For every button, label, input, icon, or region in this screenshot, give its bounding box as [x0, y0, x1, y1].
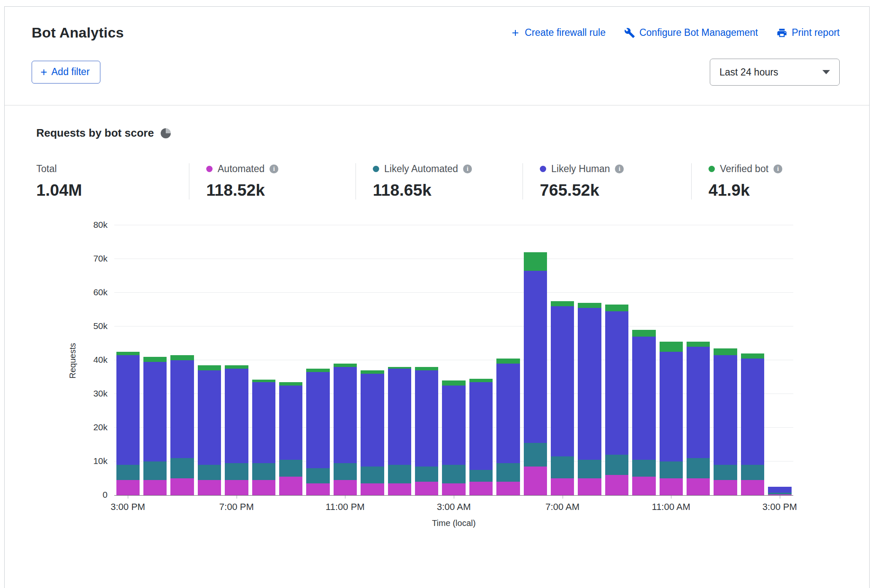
bar-segment-likely-human — [198, 370, 221, 465]
bar-segment-verified-bot — [442, 380, 465, 386]
x-axis-title: Time (local) — [114, 518, 793, 528]
bar-segment-verified-bot — [116, 352, 140, 355]
bar-segment-likely-human — [741, 359, 764, 465]
bar-3-00-pm-24 — [768, 487, 791, 495]
bar-segment-verified-bot — [741, 353, 764, 359]
time-range-dropdown[interactable]: Last 24 hours — [710, 59, 840, 86]
stat-value: 41.9k — [709, 181, 840, 200]
stat-label: Total — [36, 163, 57, 175]
bar-segment-verified-bot — [279, 382, 302, 386]
x-axis-tick-label: 3:00 PM — [763, 502, 797, 512]
bar-segment-automated — [415, 482, 438, 495]
bar-segment-likely-human — [469, 382, 493, 470]
x-axis: 3:00 PM7:00 PM11:00 PM3:00 AM7:00 AM11:0… — [114, 496, 793, 512]
bar-slot — [250, 226, 277, 495]
x-axis-tick-mark — [128, 496, 128, 499]
bar-segment-likely-automated — [252, 463, 275, 480]
bar-segment-automated — [252, 480, 275, 495]
add-filter-button[interactable]: + Add filter — [32, 61, 100, 84]
printer-icon — [776, 27, 787, 38]
bar-segment-automated — [768, 494, 791, 495]
bars-container — [114, 226, 793, 495]
info-icon[interactable]: i — [269, 165, 278, 173]
y-axis-tick-label: 0 — [102, 490, 108, 500]
bar-segment-automated — [198, 480, 221, 495]
x-axis-tick-label: 11:00 AM — [652, 502, 690, 512]
x-axis-tick-mark — [454, 496, 454, 499]
bar-slot — [495, 226, 522, 495]
bar-segment-verified-bot — [632, 330, 655, 337]
bar-segment-likely-automated — [415, 467, 438, 482]
y-axis-tick-label: 80k — [93, 220, 108, 230]
x-axis-tick-label: 11:00 PM — [326, 502, 365, 512]
bar-segment-likely-automated — [496, 463, 520, 482]
bar-segment-automated — [578, 478, 601, 495]
action-link-configure-bot-management[interactable]: Configure Bot Management — [624, 27, 758, 38]
bar-slot — [331, 226, 358, 495]
bar-segment-likely-automated — [306, 468, 329, 483]
legend-dot-automated — [206, 166, 213, 172]
header-actions: Create firewall ruleConfigure Bot Manage… — [510, 27, 840, 38]
bar-7-00-am-16 — [551, 301, 574, 495]
bar-10-00-am-19 — [632, 330, 655, 495]
bar-segment-likely-human — [170, 360, 194, 458]
bar-slot — [630, 226, 657, 495]
y-axis-tick-label: 20k — [93, 422, 108, 432]
legend-dot-verified-bot — [709, 166, 715, 172]
bar-segment-verified-bot — [361, 370, 384, 374]
bar-slot — [359, 226, 386, 495]
action-link-print-report[interactable]: Print report — [776, 27, 840, 38]
bar-segment-likely-human — [361, 374, 384, 467]
bar-slot — [549, 226, 576, 495]
bar-segment-automated — [334, 480, 357, 495]
x-axis-tick-label: 7:00 PM — [219, 502, 254, 512]
plus-icon — [510, 28, 520, 38]
action-link-create-firewall-rule[interactable]: Create firewall rule — [510, 27, 606, 38]
bar-segment-verified-bot — [415, 367, 438, 370]
bar-segment-verified-bot — [143, 357, 167, 362]
stat-label: Verified bot — [720, 163, 768, 175]
bar-segment-automated — [469, 482, 493, 495]
stat-label: Likely Human — [551, 163, 610, 175]
bar-segment-likely-human — [605, 311, 628, 455]
bar-segment-automated — [632, 477, 655, 495]
info-icon[interactable]: i — [773, 165, 782, 173]
gridline — [114, 225, 793, 225]
y-axis-tick-label: 10k — [93, 456, 108, 466]
bar-segment-automated — [687, 478, 710, 495]
stat-value: 1.04M — [36, 181, 189, 200]
bar-segment-likely-automated — [361, 467, 384, 483]
x-axis-tick-mark — [345, 496, 345, 499]
chevron-down-icon — [822, 70, 830, 74]
info-icon[interactable]: i — [615, 165, 624, 173]
y-axis-title: Requests — [68, 226, 78, 496]
bar-8-00-pm-5 — [252, 380, 275, 495]
bar-segment-verified-bot — [605, 305, 628, 311]
bar-segment-automated — [306, 483, 329, 495]
bar-segment-likely-human — [306, 372, 329, 468]
bar-segment-automated — [388, 483, 411, 495]
chart-plot-area: 010k20k30k40k50k60k70k80k — [114, 226, 793, 496]
bar-segment-verified-bot — [551, 301, 574, 306]
bar-segment-verified-bot — [469, 379, 493, 382]
bar-segment-likely-human — [116, 355, 140, 465]
stat-label: Likely Automated — [384, 163, 458, 175]
bar-7-00-pm-4 — [225, 365, 248, 495]
bar-segment-automated — [143, 480, 167, 495]
bar-12-00-am-9 — [361, 370, 384, 495]
add-filter-label: Add filter — [51, 66, 90, 78]
wrench-icon — [624, 27, 635, 38]
y-axis-tick-label: 70k — [93, 254, 108, 264]
bar-segment-verified-bot — [306, 369, 329, 372]
bar-segment-likely-automated — [116, 465, 140, 480]
x-axis-tick-mark — [237, 496, 237, 499]
bar-slot — [440, 226, 467, 495]
bar-segment-automated — [660, 478, 683, 495]
bar-segment-automated — [605, 475, 628, 495]
bar-slot — [196, 226, 223, 495]
info-icon[interactable]: i — [463, 165, 472, 173]
bar-5-00-am-14 — [496, 359, 520, 495]
bar-segment-likely-human — [496, 364, 520, 463]
bar-slot — [277, 226, 304, 495]
bar-slot — [576, 226, 603, 495]
